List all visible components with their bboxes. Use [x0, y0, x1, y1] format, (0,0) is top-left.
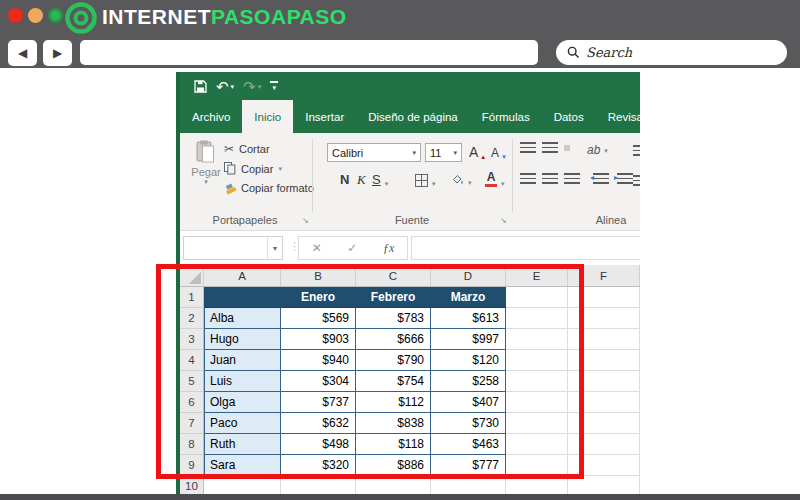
tab-datos[interactable]: Datos [542, 100, 596, 133]
cut-label: Cortar [239, 143, 270, 155]
underline-label: S [372, 172, 381, 187]
indent-buttons: ◂ ▸ [593, 173, 633, 184]
tab-datos-label: Datos [554, 111, 584, 123]
align-right-icon[interactable] [564, 173, 580, 184]
save-icon[interactable] [194, 80, 207, 93]
tab-revisar-label: Revisar [608, 111, 640, 123]
redo-dropdown-icon: ▾ [258, 83, 262, 90]
address-bar[interactable] [80, 40, 538, 65]
undo-icon: ↶ [216, 79, 229, 94]
enter-icon[interactable]: ✓ [347, 241, 357, 255]
align-top-icon[interactable] [520, 142, 536, 153]
format-painter-icon [222, 180, 238, 196]
italic-label: K [357, 172, 366, 188]
fill-color-button[interactable]: ▾ [450, 173, 472, 186]
tab-archivo[interactable]: Archivo [180, 100, 242, 133]
increase-indent-icon[interactable]: ▸ [617, 173, 633, 184]
window-bottom-edge [0, 494, 800, 500]
browser-titlebar: INTERNETPASOAPASO ◀ ▶ Search [0, 0, 800, 68]
tab-inicio[interactable]: Inicio [242, 100, 293, 133]
undo-button[interactable]: ↶▾ [216, 79, 234, 94]
redo-button[interactable]: ↷▾ [243, 79, 261, 94]
increase-font-label: A [469, 144, 478, 160]
customize-qat-button[interactable]: ▾ [270, 81, 278, 91]
format-painter-label: Copiar formato [241, 182, 314, 194]
font-size-select[interactable]: 11 ▾ [425, 143, 462, 162]
fill-color-icon [450, 173, 464, 186]
site-logo-icon [63, 0, 99, 36]
quick-access-toolbar: ↶▾ ↷▾ ▾ [194, 72, 278, 100]
increase-font-button[interactable]: A▲ [469, 144, 486, 160]
align-bottom-button-selected[interactable] [564, 145, 570, 151]
decrease-font-label: A [491, 146, 499, 160]
borders-button[interactable]: ▾ [415, 174, 436, 187]
align-left-icon[interactable] [520, 173, 536, 184]
search-input[interactable]: Search [556, 40, 787, 65]
brand-word-internet: INTERNET [102, 5, 211, 28]
decrease-indent-icon[interactable]: ◂ [593, 173, 609, 184]
bold-label: N [340, 172, 349, 187]
window-close-button[interactable] [8, 8, 23, 23]
decrease-font-button[interactable]: A▼ [491, 146, 507, 160]
font-dialog-launcher[interactable]: ↘ [500, 216, 507, 225]
name-box-dropdown-icon[interactable]: ▾ [267, 237, 282, 259]
tab-diseno-label: Diseño de página [368, 111, 458, 123]
redo-icon: ↷ [243, 79, 256, 94]
screenshot-root: INTERNETPASOAPASO ◀ ▶ Search ↶▾ [0, 0, 800, 500]
fill-color-dropdown-icon: ▾ [468, 179, 472, 186]
cut-scissors-icon: ✂ [224, 142, 234, 156]
wrap-text-icon[interactable] [633, 145, 640, 156]
forward-icon: ▶ [53, 46, 62, 60]
back-button[interactable]: ◀ [8, 40, 37, 66]
cut-button[interactable]: ✂ Cortar [224, 142, 270, 156]
align-center-icon[interactable] [542, 173, 558, 184]
tab-diseno-de-pagina[interactable]: Diseño de página [356, 100, 470, 133]
paste-clipboard-icon [196, 140, 216, 164]
merge-center-icon[interactable] [633, 175, 640, 186]
window-zoom-button[interactable] [48, 8, 63, 23]
undo-dropdown-icon: ▾ [231, 83, 235, 90]
clipboard-group-label: Portapapeles [190, 214, 300, 226]
borders-dropdown-icon: ▾ [432, 180, 436, 187]
group-separator [512, 139, 513, 212]
tab-archivo-label: Archivo [192, 111, 230, 123]
increase-font-arrow-icon: ▲ [480, 154, 486, 160]
paste-label: Pegar [188, 166, 224, 178]
font-name-select[interactable]: Calibri ▾ [327, 143, 421, 162]
font-color-icon: A [485, 171, 497, 187]
underline-dropdown-icon: ▾ [385, 180, 389, 187]
tab-insertar[interactable]: Insertar [293, 100, 356, 133]
orientation-dropdown-icon: ▾ [604, 147, 608, 154]
formula-input[interactable] [411, 236, 640, 260]
align-middle-icon[interactable] [542, 142, 558, 153]
tab-formulas[interactable]: Fórmulas [470, 100, 542, 133]
formula-bar-row: ▾ ⋮ ✕ ✓ ƒx [180, 231, 640, 266]
back-icon: ◀ [18, 46, 27, 60]
underline-button[interactable]: S ▾ [372, 172, 388, 187]
font-name-value: Calibri [332, 147, 363, 159]
copy-button[interactable]: Copiar ▾ [224, 162, 282, 175]
brand-word-paso1: PASO [211, 5, 271, 28]
alignment-group-label: Alinea [586, 214, 636, 226]
font-size-value: 11 [430, 147, 441, 159]
italic-button[interactable]: K [357, 172, 366, 188]
window-minimize-button[interactable] [28, 8, 43, 23]
horizontal-align-buttons [520, 173, 580, 184]
clipboard-dialog-launcher[interactable]: ↘ [302, 216, 309, 225]
decrease-font-arrow-icon: ▼ [501, 154, 507, 160]
paste-button[interactable]: Pegar ▾ [188, 140, 224, 185]
forward-button[interactable]: ▶ [43, 40, 72, 66]
tab-revisar[interactable]: Revisar [596, 100, 640, 133]
bold-button[interactable]: N [340, 172, 349, 187]
format-painter-button[interactable]: Copiar formato [224, 182, 314, 194]
font-color-button[interactable]: A ▾ [485, 171, 505, 187]
insert-function-icon[interactable]: ƒx [383, 241, 394, 256]
orientation-button[interactable]: ab ▾ [587, 143, 608, 157]
customize-qat-bar [270, 81, 278, 83]
cancel-icon[interactable]: ✕ [312, 241, 322, 255]
site-brand: INTERNETPASOAPASO [102, 5, 347, 29]
orientation-icon: ab [587, 143, 600, 157]
excel-titlebar: ↶▾ ↷▾ ▾ [180, 72, 640, 100]
copy-dropdown-icon: ▾ [278, 165, 282, 172]
name-box[interactable]: ▾ [183, 236, 283, 260]
